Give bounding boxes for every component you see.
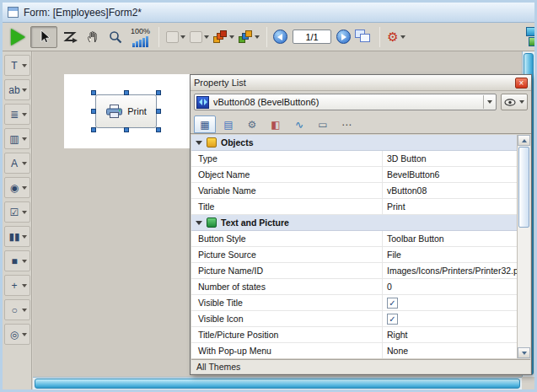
selection-handle[interactable] [124,90,129,95]
property-value[interactable]: ✓ [382,295,517,310]
palette-tool-rectangle[interactable]: ■ [4,250,30,271]
chevron-down-icon[interactable] [22,284,27,287]
palette-tool-text[interactable]: T [4,55,30,76]
property-value[interactable]: Toolbar Button [382,231,517,246]
distribution-tool-button[interactable] [189,26,210,48]
chevron-down-icon[interactable] [22,309,27,312]
scroll-down-button[interactable] [518,347,530,358]
section-text-and-picture[interactable]: Text and Picture [191,215,517,231]
palette-tool-buttongrid[interactable]: ▮▮ [4,226,30,247]
page-indicator[interactable]: 1/1 [293,30,331,44]
arrow-down-icon [522,352,527,355]
group-objects-icon [239,30,253,44]
selection-handle[interactable] [156,109,161,114]
tab-coordinates[interactable]: ▤ [217,115,239,133]
canvas-horizontal-scrollbar[interactable] [33,377,522,389]
property-value[interactable]: File [382,247,517,262]
section-objects[interactable]: Objects [191,135,517,151]
object-selector-dropdown[interactable]: vButton08 (BevelButton6) [194,94,497,110]
theme-filter[interactable]: All Themes [191,359,530,373]
styles-tab-icon: ◧ [271,119,280,131]
events-tab-icon: ∿ [295,119,303,131]
property-value[interactable]: Right [382,327,517,342]
zoom-tool-button[interactable] [105,26,126,48]
level-tool-button[interactable] [212,26,235,48]
clipped-toolbar-icon[interactable] [526,26,534,48]
property-value[interactable]: Print [382,199,517,214]
dropdown-arrow[interactable] [483,95,494,109]
property-value[interactable]: ✓ [382,311,517,326]
property-scroll-thumb[interactable] [518,147,529,228]
tab-styles[interactable]: ◧ [265,115,287,133]
play-icon [11,29,25,46]
windows-list-button[interactable] [353,26,373,48]
property-value[interactable]: 0 [382,279,517,294]
entry-order-tool-button[interactable] [60,26,80,48]
tab-settings[interactable]: ⚙ [241,115,263,133]
selection-handle[interactable] [156,127,161,132]
pointer-tool-button[interactable] [30,26,57,48]
tab-events[interactable]: ∿ [288,115,310,133]
next-page-button[interactable] [336,30,351,44]
palette-tool-listbox[interactable]: ≣ [4,104,30,125]
property-list-titlebar[interactable]: Property List × [191,75,531,91]
zoom-level-control[interactable]: 100% [128,24,153,50]
pan-tool-button[interactable] [83,26,103,48]
property-value[interactable]: Images/Icons/Printers/Printer32.png [382,263,517,278]
selection-handle[interactable] [91,90,96,95]
chevron-down-icon[interactable] [22,162,27,165]
previous-page-button[interactable] [273,30,287,44]
selected-object[interactable]: Print [93,92,159,131]
run-form-button[interactable] [8,26,28,48]
alignment-tool-button[interactable] [165,26,186,48]
property-value[interactable]: BevelButton6 [382,167,517,182]
horizontal-scroll-thumb[interactable] [35,379,520,389]
scrollbar-corner [522,377,534,389]
property-list-scrollbar[interactable] [517,135,530,358]
gear-icon: ⚙ [387,30,398,44]
palette-tool-input[interactable]: ab [4,79,30,100]
view-options-button[interactable] [501,94,528,110]
form-settings-button[interactable]: ⚙ [386,26,406,48]
tab-objects[interactable]: ▦ [194,115,216,133]
chevron-down-icon[interactable] [22,137,27,141]
collapse-triangle-icon[interactable] [196,221,202,225]
group-tool-button[interactable] [238,26,260,48]
window-titlebar[interactable]: Form: [Employees]Form2* [3,3,534,23]
print-button-object[interactable]: Print [95,94,157,128]
checkbox-checked-icon[interactable]: ✓ [387,298,398,309]
tab-display[interactable]: ▭ [312,115,334,133]
chevron-down-icon[interactable] [22,113,27,116]
text-tool-icon: T [8,60,22,72]
palette-tool-radio[interactable]: ◉ [4,177,30,198]
chevron-down-icon[interactable] [22,186,27,190]
selection-handle[interactable] [91,109,96,114]
chevron-down-icon[interactable] [22,333,27,336]
chevron-down-icon[interactable] [22,89,27,92]
palette-tool-oval[interactable]: ○ [4,299,30,320]
eye-icon [504,99,516,106]
tab-more[interactable]: ⋯ [336,115,357,133]
rectangle-tool-icon: ■ [8,255,22,267]
scroll-up-button[interactable] [518,135,530,146]
chevron-down-icon[interactable] [22,211,27,214]
palette-tool-plugin[interactable]: ◎ [4,324,30,345]
property-value[interactable]: None [382,343,517,358]
object-palette: T ab ≣ ▥ A ◉ ☑ ▮▮ ■ + ○ ◎ [3,51,32,389]
property-value[interactable]: vButton08 [382,183,517,198]
selection-handle[interactable] [91,127,96,132]
checkbox-checked-icon[interactable]: ✓ [387,314,398,325]
palette-tool-combobox[interactable]: ▥ [4,128,30,149]
palette-tool-label[interactable]: A [4,153,30,174]
chevron-down-icon[interactable] [22,260,27,263]
chevron-down-icon[interactable] [22,64,27,67]
chevron-down-icon[interactable] [22,235,27,239]
palette-tool-checkbox[interactable]: ☑ [4,201,30,223]
selection-handle[interactable] [124,127,129,132]
close-button[interactable]: × [515,78,528,89]
collapse-triangle-icon[interactable] [196,141,202,145]
magnifier-icon [109,30,122,44]
property-value[interactable]: 3D Button [382,151,517,166]
selection-handle[interactable] [156,90,161,95]
palette-tool-splitter[interactable]: + [4,275,30,296]
